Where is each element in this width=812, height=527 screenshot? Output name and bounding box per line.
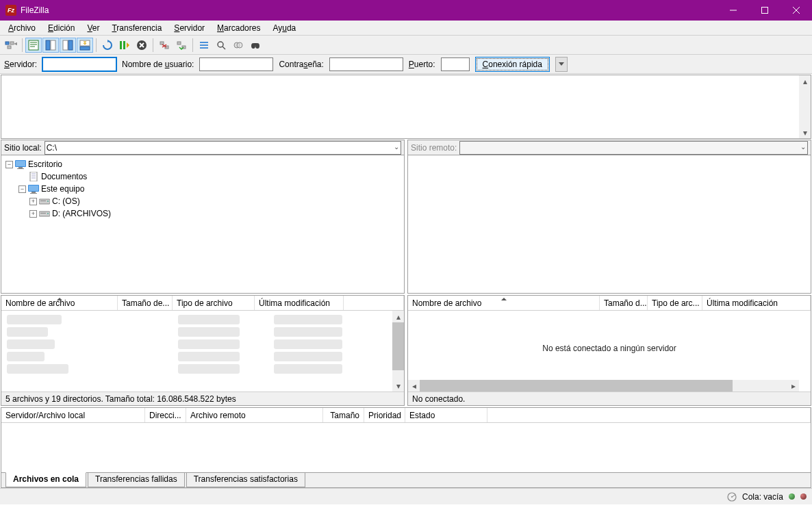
svg-rect-28	[177, 42, 181, 44]
tree-node-desktop[interactable]: − Escritorio	[5, 158, 400, 170]
log-pane[interactable]: ▴ ▾	[1, 75, 811, 139]
menu-marcadores[interactable]: Marcadores	[212, 22, 266, 34]
col-modified[interactable]: Última modificación	[702, 296, 811, 310]
svg-rect-39	[254, 43, 257, 45]
scroll-up-icon[interactable]: ▴	[799, 75, 811, 87]
col-type[interactable]: Tipo de archivo	[173, 296, 255, 310]
svg-rect-51	[30, 193, 37, 194]
svg-rect-24	[160, 42, 164, 44]
svg-rect-16	[68, 40, 73, 50]
col-filename[interactable]: Nombre de archivo	[1, 296, 118, 310]
remote-list-header[interactable]: Nombre de archivo Tamaño d... Tipo de ar…	[408, 296, 811, 311]
filter-button[interactable]	[196, 38, 212, 53]
expander-icon[interactable]: −	[18, 185, 26, 193]
menu-edicion[interactable]: Edición	[42, 22, 80, 34]
menu-archivo[interactable]: Archivo	[3, 22, 41, 34]
close-button[interactable]	[781, 0, 812, 21]
computer-icon	[28, 184, 39, 194]
menu-transferencia[interactable]: Transferencia	[106, 22, 167, 34]
col-remote-file[interactable]: Archivo remoto	[186, 408, 323, 422]
col-size[interactable]: Tamaño d...	[600, 296, 648, 310]
svg-rect-32	[200, 47, 208, 49]
maximize-button[interactable]	[749, 0, 781, 21]
col-size[interactable]: Tamaño	[323, 408, 364, 422]
local-list-body[interactable]: ▴▾	[1, 311, 404, 391]
toggle-remote-tree-button[interactable]	[60, 38, 76, 53]
toggle-queue-button[interactable]	[77, 38, 93, 53]
expander-icon[interactable]: −	[5, 161, 13, 168]
queue-status: Cola: vacía	[742, 492, 783, 502]
app-icon: Fz	[5, 5, 16, 16]
quickconnect-dropdown[interactable]	[555, 57, 568, 72]
queue-body[interactable]	[1, 423, 811, 472]
server-input[interactable]	[42, 57, 116, 71]
toolbar	[0, 36, 812, 55]
menu-ayuda[interactable]: Ayuda	[267, 22, 301, 34]
tab-failed-transfers[interactable]: Transferencias fallidas	[88, 472, 185, 487]
local-list-scrollbar[interactable]: ▴▾	[392, 311, 404, 391]
titlebar: Fz FileZilla	[0, 0, 812, 21]
local-tree[interactable]: − Escritorio Documentos − Este equipo + …	[1, 155, 404, 293]
svg-line-60	[732, 495, 735, 497]
local-path-combo[interactable]: C:\⌄	[45, 141, 401, 155]
tree-node-documents[interactable]: Documentos	[5, 170, 400, 183]
svg-rect-43	[17, 168, 24, 169]
refresh-button[interactable]	[99, 38, 116, 53]
search-button[interactable]	[213, 38, 229, 53]
binoculars-button[interactable]	[247, 38, 264, 53]
quickconnect-button[interactable]: Conexión rápida	[475, 57, 550, 72]
col-priority[interactable]: Prioridad	[364, 408, 405, 422]
minimize-button[interactable]	[718, 0, 749, 21]
svg-rect-30	[200, 42, 208, 43]
menubar: Archivo Edición Ver Transferencia Servid…	[0, 21, 812, 36]
svg-rect-44	[30, 172, 37, 181]
local-status: 5 archivos y 19 directorios. Tamaño tota…	[1, 391, 404, 405]
expander-icon[interactable]: +	[29, 210, 37, 218]
local-path-label: Sitio local:	[4, 143, 42, 153]
local-listview: Nombre de archivo Tamaño de... Tipo de a…	[1, 295, 405, 406]
svg-rect-53	[40, 201, 46, 201]
tree-node-thispc[interactable]: − Este equipo	[5, 183, 400, 195]
port-input[interactable]	[441, 57, 470, 71]
site-manager-button[interactable]	[3, 38, 19, 53]
toggle-local-tree-button[interactable]	[42, 38, 59, 53]
compare-button[interactable]	[230, 38, 246, 53]
process-queue-button[interactable]	[116, 38, 133, 53]
remote-list-body[interactable]: No está conectado a ningún servidor ◂▸	[408, 311, 811, 391]
tree-node-drive-c[interactable]: + C: (OS)	[5, 195, 400, 207]
col-filename[interactable]: Nombre de archivo	[408, 296, 600, 310]
drive-icon	[39, 209, 50, 218]
tab-successful-transfers[interactable]: Transferencias satisfactorias	[186, 472, 305, 487]
disconnect-button[interactable]	[156, 38, 173, 53]
remote-tree[interactable]	[408, 155, 811, 293]
tree-node-drive-d[interactable]: + D: (ARCHIVOS)	[5, 207, 400, 220]
menu-ver[interactable]: Ver	[81, 22, 105, 34]
log-scrollbar[interactable]: ▴ ▾	[799, 75, 811, 138]
tab-queued-files[interactable]: Archivos en cola	[5, 472, 86, 487]
col-status[interactable]: Estado	[405, 408, 487, 422]
col-server-local[interactable]: Servidor/Archivo local	[1, 408, 145, 422]
queue-tabs: Archivos en cola Transferencias fallidas…	[1, 472, 811, 487]
tree-label: Documentos	[41, 172, 87, 181]
remote-path-combo: ⌄	[459, 141, 808, 155]
username-input[interactable]	[199, 57, 273, 71]
svg-rect-18	[80, 47, 90, 50]
server-label: Servidor:	[4, 60, 37, 69]
remote-hscroll[interactable]: ◂▸	[408, 380, 799, 391]
col-size[interactable]: Tamaño de...	[118, 296, 173, 310]
menu-servidor[interactable]: Servidor	[168, 22, 210, 34]
col-type[interactable]: Tipo de arc...	[648, 296, 702, 310]
password-input[interactable]	[329, 57, 403, 71]
remote-status: No conectado.	[408, 391, 811, 405]
queue-header[interactable]: Servidor/Archivo local Direcci... Archiv…	[1, 408, 811, 423]
local-list-header[interactable]: Nombre de archivo Tamaño de... Tipo de a…	[1, 296, 404, 311]
scroll-down-icon[interactable]: ▾	[799, 127, 811, 138]
expander-icon[interactable]: +	[29, 198, 37, 205]
reconnect-button[interactable]	[173, 38, 190, 53]
col-modified[interactable]: Última modificación	[255, 296, 344, 310]
cancel-button[interactable]	[134, 38, 150, 53]
toggle-log-button[interactable]	[25, 38, 42, 53]
svg-rect-42	[18, 167, 23, 168]
activity-led-upload	[800, 493, 807, 500]
col-direction[interactable]: Direcci...	[145, 408, 186, 422]
